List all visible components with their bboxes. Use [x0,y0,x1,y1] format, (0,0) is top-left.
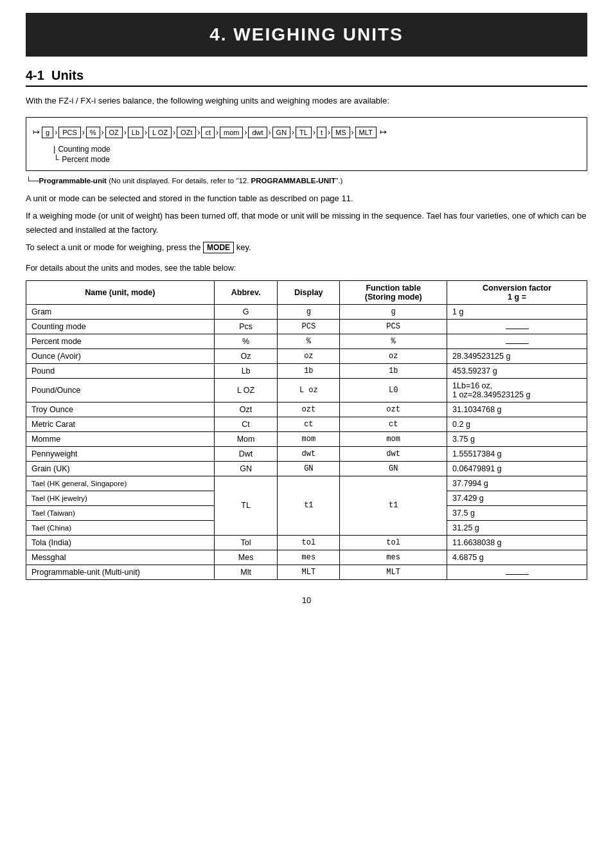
unit-ct: ct [201,127,215,138]
unit-mlt: MLT [355,127,377,138]
cell-conversion: 1.55517384 g [447,446,587,461]
units-table: Name (unit, mode) Abbrev. Display Functi… [26,280,587,580]
cell-name: Percent mode [26,334,215,348]
body-para3-suffix: key. [234,242,251,252]
cell-function: oz [340,348,447,363]
cell-conversion: 453.59237 g [447,363,587,378]
cell-abbrev: Oz [214,348,278,363]
table-row: PennyweightDwtdwtdwt1.55517384 g [26,446,587,461]
cell-abbrev: Mom [214,431,278,446]
cell-abbrev: Ozt [214,402,278,417]
cell-name: Ounce (Avoir) [26,348,215,363]
prog-note-text: Programmable-unit (No unit displayed. Fo… [39,177,343,185]
col-conversion: Conversion factor1 g = [447,280,587,304]
table-row: MessghalMesmesmes4.6875 g [26,550,587,565]
unit-pcs: PCS [58,127,81,138]
unit-dwt: dwt [248,127,267,138]
cell-conversion: 37.7994 g [447,476,587,491]
unit-labels: | Counting mode └ Percent mode [53,145,580,164]
cell-name: Counting mode [26,319,215,334]
cell-abbrev: Pcs [214,319,278,334]
cell-conversion: 31.25 g [447,520,587,535]
table-row: GramGgg1 g [26,304,587,319]
intro-text: With the FZ-i / FX-i series balance, the… [26,95,587,108]
arrow-start: ↦ [33,127,40,137]
cell-display: % [278,334,340,348]
col-display: Display [278,280,340,304]
cell-conversion: 3.75 g [447,431,587,446]
cell-function: g [340,304,447,319]
cell-display: g [278,304,340,319]
cell-name: Messghal [26,550,215,565]
cell-function: mes [340,550,447,565]
cell-abbrev: Tol [214,535,278,550]
cell-name: Gram [26,304,215,319]
section-divider [26,86,587,87]
cell-name: Tola (India) [26,535,215,550]
body-para3: To select a unit or mode for weighing, p… [26,240,587,255]
percent-mode-label: Percent mode [62,155,110,164]
cell-display: 1b [278,363,340,378]
cell-display: L oz [278,378,340,402]
cell-name: Grain (UK) [26,461,215,476]
mode-key: MODE [203,242,234,253]
cell-name: Tael (HK jewelry) [26,491,215,505]
cell-display: ozt [278,402,340,417]
table-row: Percent mode%%% [26,334,587,348]
cell-function: dwt [340,446,447,461]
table-row: Tael (HK general, Singapore)TLt1t137.799… [26,476,587,491]
cell-abbrev: Ct [214,417,278,431]
table-row: Pound/OunceL OZL ozL01Lb=16 oz,1 oz=28.3… [26,378,587,402]
section-title: 4-1 Units [26,68,84,82]
cell-abbrev: Mlt [214,565,278,579]
cell-conversion: 0.06479891 g [447,461,587,476]
unit-tl: TL [296,127,312,138]
cell-abbrev: Dwt [214,446,278,461]
cell-conversion: 1Lb=16 oz,1 oz=28.349523125 g [447,378,587,402]
cell-conversion [447,565,587,579]
table-row: Counting modePcsPCSPCS [26,319,587,334]
page-title: 4. WEIGHING UNITS [26,24,587,45]
cell-name: Metric Carat [26,417,215,431]
cell-name: Tael (China) [26,520,215,535]
unit-t: t [317,127,326,138]
cell-function: % [340,334,447,348]
table-row: Grain (UK)GNGNGN0.06479891 g [26,461,587,476]
cell-name: Tael (HK general, Singapore) [26,476,215,491]
cell-function: tol [340,535,447,550]
cell-name: Momme [26,431,215,446]
prog-note: └—Programmable-unit (No unit displayed. … [26,176,587,185]
cell-abbrev: % [214,334,278,348]
cell-name: Troy Ounce [26,402,215,417]
cell-conversion [447,319,587,334]
arrow-end: ↦ [380,127,387,137]
cell-abbrev: Lb [214,363,278,378]
table-row: PoundLb1b1b453.59237 g [26,363,587,378]
cell-function: PCS [340,319,447,334]
table-row: Ounce (Avoir)Ozozoz28.349523125 g [26,348,587,363]
cell-display: mom [278,431,340,446]
cell-conversion: 37.5 g [447,505,587,520]
body-para3-prefix: To select a unit or mode for weighing, p… [26,242,203,252]
counting-mode-label: Counting mode [58,145,110,154]
col-name: Name (unit, mode) [26,280,215,304]
unit-loz: L OZ [148,127,172,138]
cell-function: mom [340,431,447,446]
cell-conversion [447,334,587,348]
cell-name: Programmable-unit (Multi-unit) [26,565,215,579]
cell-display: MLT [278,565,340,579]
unit-mom: mom [220,127,243,138]
cell-function: MLT [340,565,447,579]
body-para1: A unit or mode can be selected and store… [26,192,587,205]
cell-display: dwt [278,446,340,461]
cell-function: t1 [340,476,447,535]
page-header: 4. WEIGHING UNITS [26,13,587,57]
percent-mode-label-row: └ Percent mode [53,155,580,164]
cell-name: Pennyweight [26,446,215,461]
cell-function: 1b [340,363,447,378]
cell-conversion: 4.6875 g [447,550,587,565]
cell-conversion: 0.2 g [447,417,587,431]
cell-conversion: 1 g [447,304,587,319]
unit-oz: OZ [105,127,123,138]
table-row: Programmable-unit (Multi-unit)MltMLTMLT [26,565,587,579]
